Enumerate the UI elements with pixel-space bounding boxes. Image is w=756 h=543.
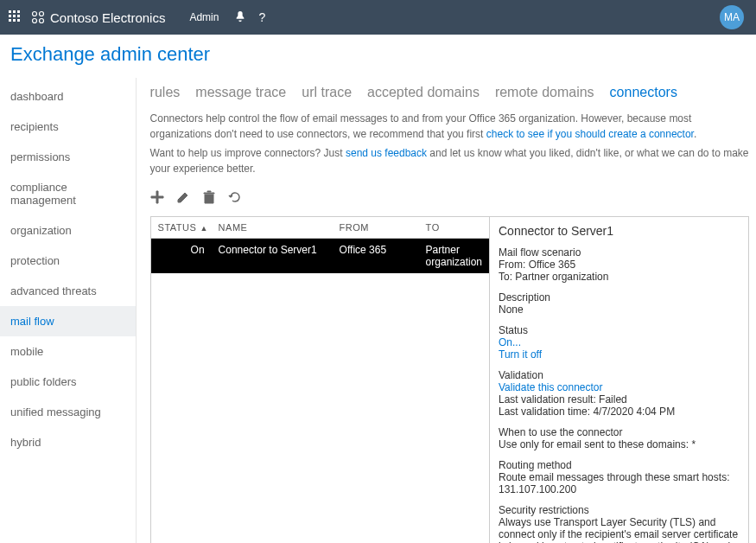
tab-remote-domains[interactable]: remote domains — [495, 85, 594, 100]
cell-to: Partner organization — [419, 239, 489, 273]
table-row[interactable]: On Connector to Server1 Office 365 Partn… — [151, 239, 489, 273]
help-icon[interactable]: ? — [258, 10, 265, 24]
details-title: Connector to Server1 — [499, 224, 740, 238]
status-label: Status — [499, 324, 740, 336]
delete-button[interactable] — [202, 190, 216, 208]
sidebar-item-unified-messaging[interactable]: unified messaging — [0, 397, 136, 427]
tab-rules[interactable]: rules — [150, 85, 181, 100]
connectors-table: STATUS▲ NAME FROM TO On Connector to Ser… — [150, 216, 749, 543]
routing-value2: 131.107.100.200 — [499, 483, 740, 495]
sidebar-item-advanced-threats[interactable]: advanced threats — [0, 276, 136, 306]
col-status[interactable]: STATUS▲ — [151, 217, 212, 238]
status-value[interactable]: On... — [499, 336, 521, 348]
notifications-icon[interactable] — [234, 10, 246, 25]
security-label: Security restrictions — [499, 504, 740, 516]
svg-point-0 — [33, 12, 37, 16]
cell-status: On — [151, 239, 212, 273]
when-label: When to use the connector — [499, 426, 740, 438]
sort-asc-icon: ▲ — [200, 224, 207, 233]
sidebar-item-permissions[interactable]: permissions — [0, 142, 136, 172]
routing-label: Routing method — [499, 459, 740, 471]
app-launcher-icon[interactable] — [9, 10, 22, 24]
desc-link-feedback[interactable]: send us feedback — [346, 147, 427, 159]
cell-name: Connector to Server1 — [212, 239, 333, 273]
desc-label: Description — [499, 291, 740, 303]
scenario-label: Mail flow scenario — [499, 246, 740, 259]
top-bar: Contoso Electronics Admin ? MA — [0, 0, 756, 35]
description: Connectors help control the flow of emai… — [150, 111, 749, 176]
routing-value1: Route email messages through these smart… — [499, 471, 740, 483]
sidebar-item-public-folders[interactable]: public folders — [0, 367, 136, 397]
status-turn-off[interactable]: Turn it off — [499, 348, 542, 361]
sidebar: dashboard recipients permissions complia… — [0, 78, 137, 543]
sidebar-item-mobile[interactable]: mobile — [0, 336, 136, 367]
edit-button[interactable] — [176, 190, 190, 208]
desc-link-check[interactable]: check to see if you should create a conn… — [486, 128, 694, 140]
svg-point-1 — [40, 12, 44, 16]
tab-accepted-domains[interactable]: accepted domains — [367, 85, 480, 100]
desc-line2-pre: Want to help us improve connectors? Just — [150, 147, 346, 159]
when-value: Use only for email sent to these domains… — [499, 438, 740, 450]
admin-label[interactable]: Admin — [189, 11, 219, 23]
tab-connectors[interactable]: connectors — [610, 85, 677, 100]
cell-from: Office 365 — [333, 239, 419, 273]
content: rules message trace url trace accepted d… — [137, 78, 756, 543]
validation-result: Last validation result: Failed — [499, 393, 740, 406]
sidebar-item-dashboard[interactable]: dashboard — [0, 81, 136, 112]
tab-url-trace[interactable]: url trace — [302, 85, 352, 100]
refresh-button[interactable] — [228, 190, 242, 208]
add-button[interactable] — [150, 190, 164, 208]
tab-message-trace[interactable]: message trace — [195, 85, 286, 100]
tabs: rules message trace url trace accepted d… — [150, 81, 749, 111]
validation-label: Validation — [499, 369, 740, 381]
col-name[interactable]: NAME — [212, 217, 333, 238]
col-to[interactable]: TO — [419, 217, 489, 238]
sidebar-item-recipients[interactable]: recipients — [0, 112, 136, 142]
page-title: Exchange admin center — [0, 35, 756, 78]
col-from[interactable]: FROM — [333, 217, 419, 238]
sidebar-item-mail-flow[interactable]: mail flow — [0, 306, 136, 336]
table-header: STATUS▲ NAME FROM TO — [151, 217, 489, 239]
scenario-to: To: Partner organization — [499, 271, 740, 283]
sidebar-item-compliance-management[interactable]: compliance management — [0, 172, 136, 215]
desc-line1-post: . — [694, 128, 696, 140]
sidebar-item-protection[interactable]: protection — [0, 246, 136, 276]
desc-value: None — [499, 303, 740, 316]
brand-icon — [31, 10, 45, 24]
toolbar — [150, 185, 749, 216]
sidebar-item-organization[interactable]: organization — [0, 215, 136, 246]
avatar[interactable]: MA — [720, 5, 744, 29]
scenario-from: From: Office 365 — [499, 259, 740, 271]
security-value: Always use Transport Layer Security (TLS… — [499, 516, 740, 543]
brand-name: Contoso Electronics — [50, 10, 165, 25]
details-pane: Connector to Server1 Mail flow scenario … — [489, 217, 748, 543]
sidebar-item-hybrid[interactable]: hybrid — [0, 427, 136, 457]
brand[interactable]: Contoso Electronics — [31, 10, 165, 25]
validation-time: Last validation time: 4/7/2020 4:04 PM — [499, 406, 740, 418]
validate-link[interactable]: Validate this connector — [499, 381, 603, 393]
svg-point-2 — [33, 19, 37, 23]
svg-point-3 — [40, 19, 44, 23]
